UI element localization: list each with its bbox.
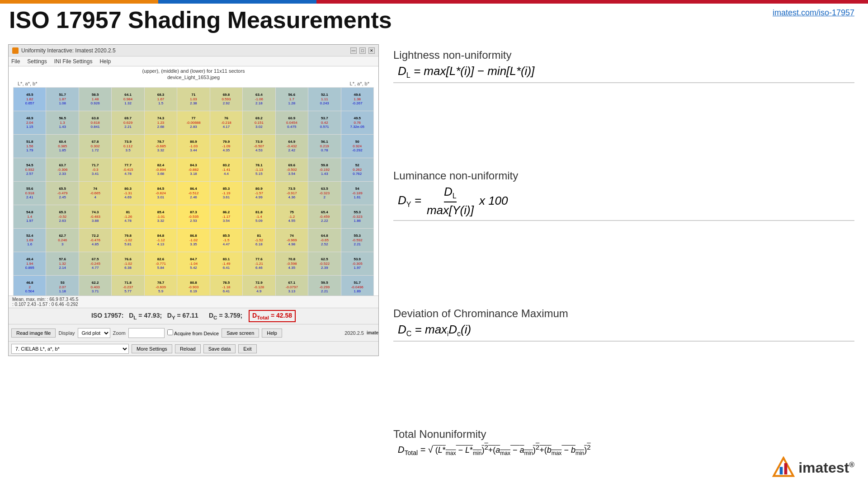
toolbar-row1: Read image file Display Grid plot Zoom A… (9, 324, 378, 341)
grid-cell: 86.8-1.023.35 (177, 229, 210, 252)
grid-cell: 60.90.04540.475 (275, 111, 308, 135)
app-window: Uniformity Interactive: Imatest 2020.2.5… (8, 44, 379, 356)
display-select[interactable]: Grid plot (78, 328, 110, 338)
svg-rect-3 (784, 463, 788, 474)
grid-cell: 48.92.041.15 (14, 111, 46, 135)
grid-cell: 500.924-0.292 (341, 135, 373, 158)
grid-cell: 53.9-0.3051.97 (341, 252, 373, 276)
grid-cell: 85.5-1.54.47 (210, 229, 242, 252)
grid-cell: 51.81.561.79 (14, 135, 46, 158)
results-iso-label: ISO 17957: DL = 47.93; DY = 67.11 DC = 3… (91, 312, 246, 320)
grid-cell: 65.3-0.522.63 (46, 205, 79, 229)
grid-cell: 62.70.2463 (46, 229, 79, 252)
display-label: Display (58, 330, 75, 336)
grid-cell: 54-0.1891.61 (341, 182, 373, 205)
save-screen-button[interactable]: Save screen (222, 328, 259, 338)
grid-cell: 80.3-1.314.69 (112, 182, 144, 205)
total-section: Total Nonuniformity DTotal = √ (L*max − … (393, 428, 854, 456)
help-button[interactable]: Help (262, 328, 282, 338)
grid-cell: 74-0.9694.98 (275, 229, 308, 252)
grid-cell: 63.7-0.3062.33 (46, 158, 79, 182)
grid-cell: 54.81.41.97 (14, 205, 46, 229)
orange-bar (0, 0, 158, 4)
grid-cell: 80.9-1.574.99 (243, 182, 275, 205)
grid-cell: 73.90.1123.5 (112, 135, 144, 158)
window-content: (upper), (middle) and (lower) for 11x11 … (9, 66, 378, 356)
plot-area: (upper), (middle) and (lower) for 11x11 … (9, 66, 378, 296)
plot-title-1: (upper), (middle) and (lower) for 11x11 … (13, 68, 374, 74)
save-data-button[interactable]: Save data (203, 344, 236, 353)
maximize-button[interactable]: □ (359, 47, 366, 54)
minimize-button[interactable]: — (350, 47, 357, 54)
grid-cell: 84.5-0.8243.01 (144, 182, 177, 205)
grid-cell: 78.1-1.135.15 (243, 158, 275, 182)
grid-cell: 64.8-0.652.52 (308, 229, 341, 252)
grid-cell: 46.820.504 (14, 276, 46, 296)
grid-cell: 71.7-0.33.41 (79, 158, 111, 182)
grid-cell: 58.51.480.926 (79, 88, 111, 111)
grid-cell: 69.70.6292.21 (112, 111, 144, 135)
plot-title-2: device_Light_1653.jpeg (13, 75, 374, 80)
grid-cell: 49.41.940.895 (14, 252, 46, 276)
acquire-checkbox[interactable] (167, 329, 173, 335)
luminance-title: Luminance non-uniformity (393, 169, 854, 182)
grid-cell: 60.40.3851.85 (46, 135, 79, 158)
grid-cell: 77.7-0.4154.78 (112, 158, 144, 182)
grid-cell: 78.7-0.6095.9 (144, 276, 177, 296)
grid-cell: 71.8-0.2375.77 (112, 276, 144, 296)
exit-button[interactable]: Exit (238, 344, 256, 353)
grid-cell: 77-0.006882.83 (177, 111, 210, 135)
grid-cell: 75-1.24.55 (275, 205, 308, 229)
close-button[interactable]: ✕ (368, 47, 375, 54)
grid-cell: 85.4-1.013.32 (144, 205, 177, 229)
menu-help[interactable]: Help (99, 58, 111, 65)
menu-settings[interactable]: Settings (27, 58, 47, 65)
table-row: 52.41.691.662.70.246372.2-0.4764.8579.8-… (14, 229, 374, 252)
table-row: 48.92.041.1556.51.31.4363.80.6180.84169.… (14, 111, 374, 135)
version-text: 2020.2.5 (344, 330, 364, 336)
grid-cell: 51.71.871.08 (46, 88, 79, 111)
table-row: 55.60.9182.4165.5-0.4792.4574-0.665480.3… (14, 182, 374, 205)
grid-cell: 56.10.2190.78 (308, 135, 341, 158)
chroma-section: Deviation of Chrominance Maximum DC = ma… (393, 307, 854, 344)
grid-cell: 68.31.671.5 (144, 88, 177, 111)
grid-cell: 67.80.3021.72 (79, 135, 111, 158)
menu-file[interactable]: File (11, 58, 20, 65)
total-title: Total Nonuniformity (393, 428, 854, 441)
grid-cell: 74.31.232.68 (144, 111, 177, 135)
zoom-input[interactable] (128, 328, 165, 338)
grid-cell: 64.9-0.4322.42 (275, 135, 308, 158)
right-panel: Lightness non-uniformity DL = max[L*(i)]… (393, 44, 854, 465)
table-row: 49.41.940.89557.61.322.1467.5-0.2454.777… (14, 252, 374, 276)
grid-cell: 84.7-1.045.42 (177, 252, 210, 276)
grid-cell: 65.5-0.4792.45 (46, 182, 79, 205)
grid-cell: 67.5-0.2454.77 (79, 252, 111, 276)
more-settings-button[interactable]: More Settings (132, 344, 172, 353)
menu-ini[interactable]: INI File Settings (54, 58, 93, 65)
grid-cell: 80.9-1.033.44 (177, 135, 210, 158)
app-icon (12, 47, 19, 54)
grid-cell: 62.20.4033.71 (79, 276, 111, 296)
reload-button[interactable]: Reload (175, 344, 201, 353)
window-title: Uniformity Interactive: Imatest 2020.2.5 (21, 47, 116, 54)
dtotal-box: DTotal = 42.58 (249, 310, 296, 322)
grid-cell: 532.071.18 (46, 276, 79, 296)
grid-cell: 73.5-0.9174.36 (275, 182, 308, 205)
window-controls[interactable]: — □ ✕ (350, 47, 375, 54)
imatest-logo: imatest® (772, 456, 854, 479)
grid-cell: 86.4-0.5122.46 (177, 182, 210, 205)
grid-cell: 80.8-0.9036.19 (177, 276, 210, 296)
table-row: 54.81.41.9765.3-0.522.6374.3-0.4833.8881… (14, 205, 374, 229)
grid-cell: 69.6-0.5023.54 (275, 158, 308, 182)
grid-table: 45.51.820.65751.71.871.0858.51.480.92664… (13, 87, 374, 296)
grid-cell: 85.3-1.193.61 (210, 182, 242, 205)
read-image-button[interactable]: Read image file (11, 328, 56, 338)
results-row: ISO 17957: DL = 47.93; DY = 67.11 DC = 3… (9, 308, 378, 324)
grid-cell: 64.10.9841.32 (112, 88, 144, 111)
imatest-toolbar-icon: imatest (367, 328, 376, 338)
status-area: Mean, max, min: : 66.9 87.3 45.5 : 0.107… (9, 296, 378, 308)
status-text-1: Mean, max, min: : 66.9 87.3 45.5 (12, 297, 375, 302)
top-link[interactable]: imatest.com/iso-17957 (773, 8, 854, 18)
top-color-bar (0, 0, 868, 4)
cielab-select[interactable]: 7. CIELAB L*, a*, b* (11, 344, 129, 354)
